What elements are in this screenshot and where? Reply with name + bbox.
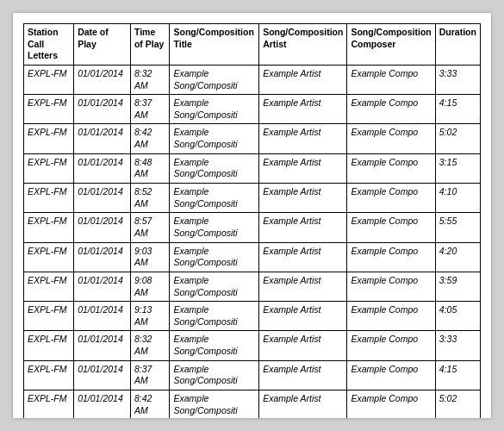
table-cell: 8:57 AM	[130, 213, 170, 242]
table-cell: 5:02	[435, 124, 480, 153]
table-cell: EXPL-FM	[24, 390, 74, 418]
table-cell: 01/01/2014	[74, 95, 131, 124]
table-cell: Example Compo	[347, 95, 435, 124]
table-cell: Example Song/Compositi	[170, 213, 259, 242]
table-cell: Example Compo	[347, 242, 435, 272]
table-cell: Example Song/Compositi	[170, 95, 259, 124]
table-cell: 9:08 AM	[130, 272, 170, 301]
header-duration: Duration	[435, 24, 480, 66]
table-cell: Example Compo	[347, 331, 435, 360]
table-cell: 8:32 AM	[130, 331, 170, 360]
table-cell: Example Artist	[259, 95, 347, 124]
table-cell: Example Artist	[259, 331, 347, 360]
table-row: EXPL-FM01/01/20149:03 AMExample Song/Com…	[24, 242, 481, 272]
table-cell: EXPL-FM	[24, 360, 74, 390]
table-cell: 01/01/2014	[74, 153, 131, 183]
table-cell: Example Compo	[347, 360, 435, 390]
table-row: EXPL-FM01/01/20149:13 AMExample Song/Com…	[24, 302, 481, 331]
table-row: EXPL-FM01/01/20148:52 AMExample Song/Com…	[24, 184, 481, 213]
table-cell: Example Song/Compositi	[170, 184, 259, 213]
table-cell: EXPL-FM	[24, 302, 74, 331]
table-cell: 01/01/2014	[74, 360, 131, 390]
table-cell: 01/01/2014	[74, 302, 131, 331]
table-row: EXPL-FM01/01/20148:37 AMExample Song/Com…	[24, 95, 481, 124]
table-cell: Example Artist	[259, 390, 347, 418]
table-cell: EXPL-FM	[24, 124, 74, 153]
table-cell: EXPL-FM	[24, 184, 74, 213]
table-cell: Example Compo	[347, 272, 435, 301]
table-cell: Example Artist	[259, 153, 347, 183]
table-cell: Example Artist	[259, 242, 347, 272]
table-cell: Example Artist	[259, 272, 347, 301]
table-cell: 5:55	[435, 213, 480, 242]
table-cell: 01/01/2014	[74, 65, 131, 94]
table-header-row: Station Call Letters Date of Play Time o…	[24, 24, 481, 66]
table-cell: EXPL-FM	[24, 95, 74, 124]
table-row: EXPL-FM01/01/20148:32 AMExample Song/Com…	[24, 65, 481, 94]
header-composer: Song/Composition Composer	[347, 24, 435, 66]
table-cell: Example Artist	[259, 302, 347, 331]
table-cell: Example Compo	[347, 153, 435, 183]
table-cell: Example Compo	[347, 124, 435, 153]
table-cell: 8:42 AM	[130, 124, 170, 153]
table-cell: 9:13 AM	[130, 302, 170, 331]
table-cell: EXPL-FM	[24, 65, 74, 94]
table-cell: 01/01/2014	[74, 331, 131, 360]
table-cell: 8:37 AM	[130, 95, 170, 124]
table-cell: Example Song/Compositi	[170, 124, 259, 153]
table-row: EXPL-FM01/01/20148:57 AMExample Song/Com…	[24, 213, 481, 242]
table-cell: 01/01/2014	[74, 213, 131, 242]
table-cell: 8:52 AM	[130, 184, 170, 213]
table-body: EXPL-FM01/01/20148:32 AMExample Song/Com…	[24, 65, 481, 418]
table-cell: 3:15	[435, 153, 480, 183]
table-cell: 8:42 AM	[130, 390, 170, 418]
table-cell: Example Song/Compositi	[170, 302, 259, 331]
table-cell: 5:02	[435, 390, 480, 418]
table-cell: 3:33	[435, 331, 480, 360]
table-cell: EXPL-FM	[24, 242, 74, 272]
table-cell: Example Song/Compositi	[170, 360, 259, 390]
table-row: EXPL-FM01/01/20148:48 AMExample Song/Com…	[24, 153, 481, 183]
table-cell: Example Artist	[259, 213, 347, 242]
table-cell: 01/01/2014	[74, 242, 131, 272]
table-cell: 8:48 AM	[130, 153, 170, 183]
header-song-title: Song/Composition Title	[170, 24, 259, 66]
table-cell: Example Song/Compositi	[170, 153, 259, 183]
table-cell: 3:59	[435, 272, 480, 301]
table-cell: 01/01/2014	[74, 184, 131, 213]
page-container: Station Call Letters Date of Play Time o…	[13, 13, 491, 418]
table-cell: EXPL-FM	[24, 153, 74, 183]
table-cell: 3:33	[435, 65, 480, 94]
table-cell: 8:32 AM	[130, 65, 170, 94]
table-cell: 01/01/2014	[74, 390, 131, 418]
play-log-table: Station Call Letters Date of Play Time o…	[23, 23, 481, 418]
table-cell: Example Artist	[259, 360, 347, 390]
table-cell: EXPL-FM	[24, 272, 74, 301]
table-cell: 4:05	[435, 302, 480, 331]
table-cell: 9:03 AM	[130, 242, 170, 272]
table-cell: 01/01/2014	[74, 272, 131, 301]
table-cell: 4:15	[435, 95, 480, 124]
table-row: EXPL-FM01/01/20148:37 AMExample Song/Com…	[24, 360, 481, 390]
header-station: Station Call Letters	[24, 24, 74, 66]
header-time: Time of Play	[130, 24, 170, 66]
table-cell: 4:15	[435, 360, 480, 390]
header-artist: Song/Composition Artist	[259, 24, 347, 66]
table-cell: Example Artist	[259, 65, 347, 94]
table-cell: Example Compo	[347, 184, 435, 213]
header-date: Date of Play	[74, 24, 131, 66]
table-cell: EXPL-FM	[24, 331, 74, 360]
table-cell: 4:20	[435, 242, 480, 272]
table-cell: Example Compo	[347, 65, 435, 94]
table-cell: Example Compo	[347, 390, 435, 418]
table-cell: 4:10	[435, 184, 480, 213]
table-cell: 8:37 AM	[130, 360, 170, 390]
table-cell: EXPL-FM	[24, 213, 74, 242]
table-row: EXPL-FM01/01/20148:42 AMExample Song/Com…	[24, 124, 481, 153]
table-cell: Example Compo	[347, 302, 435, 331]
table-row: EXPL-FM01/01/20148:32 AMExample Song/Com…	[24, 331, 481, 360]
table-cell: Example Song/Compositi	[170, 242, 259, 272]
table-cell: Example Artist	[259, 124, 347, 153]
table-cell: Example Compo	[347, 213, 435, 242]
table-cell: Example Song/Compositi	[170, 331, 259, 360]
